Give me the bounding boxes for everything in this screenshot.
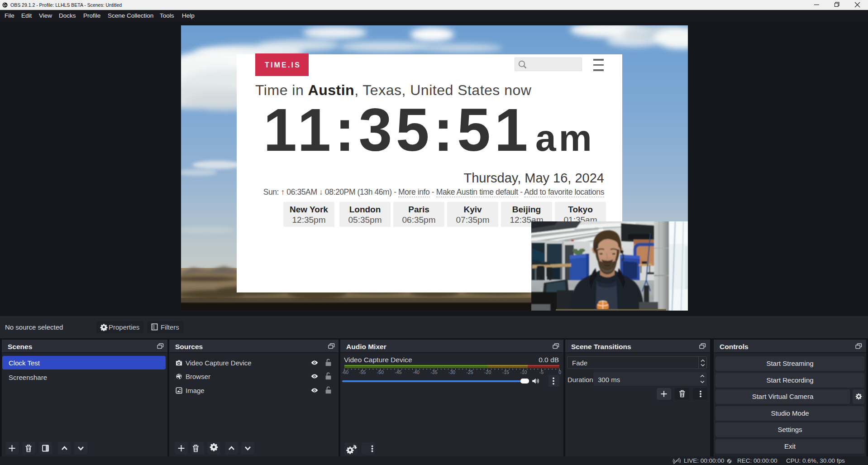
svg-text:-55: -55 bbox=[359, 369, 366, 375]
svg-text:-5: -5 bbox=[539, 369, 544, 375]
svg-text:-40: -40 bbox=[413, 369, 420, 375]
svg-text:0: 0 bbox=[558, 369, 561, 375]
svg-text:-15: -15 bbox=[502, 369, 509, 375]
svg-text:-35: -35 bbox=[430, 369, 437, 375]
svg-text:-10: -10 bbox=[520, 369, 527, 375]
svg-text:-50: -50 bbox=[377, 369, 384, 375]
svg-text:-20: -20 bbox=[484, 369, 491, 375]
svg-text:-30: -30 bbox=[448, 369, 455, 375]
svg-text:-60: -60 bbox=[342, 369, 348, 375]
svg-text:-45: -45 bbox=[395, 369, 401, 375]
svg-text:-25: -25 bbox=[466, 369, 473, 375]
